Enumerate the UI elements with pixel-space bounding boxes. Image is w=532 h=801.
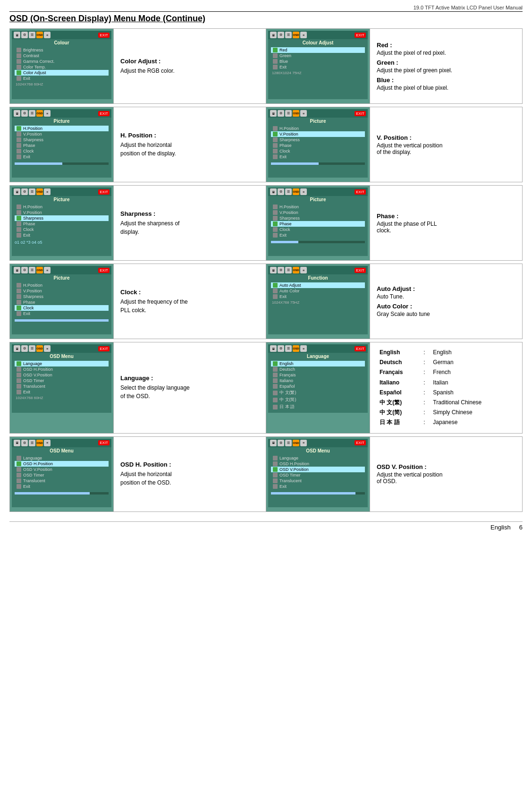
screen1-clock: 🖥 ⚙ ☰ OSD ≡ EXIT PictureH.PositionV.Posi… [10, 264, 114, 339]
item-icon [273, 478, 278, 483]
item-icon [17, 367, 21, 372]
lang-table-row: Français : French [378, 368, 515, 377]
menu-item-label: Phase [23, 222, 35, 226]
exit-label: EXIT [98, 440, 110, 445]
info-def: Adjust the vertical position of OSD. [377, 471, 515, 485]
info-term: Green : [377, 59, 515, 66]
lang-val: German [431, 358, 515, 367]
menu-item-label: Exit [23, 390, 30, 394]
settings-icon: ⚙ [21, 440, 28, 446]
item-icon [273, 126, 278, 131]
settings-icon: ⚙ [278, 345, 284, 352]
item-icon [273, 391, 278, 395]
item-icon [17, 65, 21, 69]
item-icon [273, 384, 278, 389]
menu-item-label: Translucent [23, 478, 45, 483]
item-icon [273, 289, 278, 293]
gear2-icon: ≡ [300, 32, 307, 38]
desc-colour-adjust: Color Adjust :Adjust the RGB color. [114, 29, 266, 103]
lang-sep: : [422, 378, 430, 387]
info-term: Blue : [377, 77, 515, 84]
menu-item-label: Brightness [23, 48, 43, 52]
lang-key: Español [378, 388, 421, 397]
lang-table-row: 中 文(繁) : Traditional Chinese [378, 398, 515, 407]
menu-item-label: Sharpness [23, 294, 43, 299]
info-language: English : English Deutsch : German Franç… [370, 342, 522, 433]
exit-label: EXIT [355, 268, 366, 273]
lang-key: English [378, 348, 421, 357]
item-icon [273, 294, 278, 299]
menu-item-label: Exit [23, 311, 30, 316]
item-icon [273, 210, 278, 215]
desc-definition: Adjust the sharpness of display. [120, 219, 259, 236]
item-icon [17, 311, 21, 316]
settings-icon: ⚙ [278, 110, 284, 117]
lang-val: French [431, 368, 515, 377]
monitor-icon: 🖥 [14, 32, 20, 38]
item-icon [273, 65, 278, 69]
menu-icon: ☰ [285, 188, 292, 195]
lang-table-row: 中 文(简) : Simply Chinese [378, 408, 515, 417]
menu-item-label: Gamma Correct. [23, 59, 55, 64]
item-icon [17, 137, 21, 142]
menu-item-label: V.Position [23, 132, 42, 136]
menu-item-label: OSD H.Position [279, 461, 309, 466]
monitor-icon: 🖥 [14, 188, 20, 195]
monitor-icon: 🖥 [270, 345, 277, 352]
lang-key: Italiano [378, 378, 421, 387]
menu-item-label: OSD H.Position [23, 367, 53, 372]
lang-val: Italian [431, 378, 515, 387]
menu-item-label: Contrast [23, 53, 39, 58]
menu-icon: ☰ [285, 440, 292, 446]
menu-item-label: Phase [279, 143, 292, 148]
item-icon [273, 143, 278, 148]
menu-item-label: H.Position [23, 126, 42, 131]
item-icon [17, 132, 21, 136]
item-icon [273, 222, 278, 226]
item-icon [273, 378, 278, 383]
monitor-icon: 🖥 [270, 32, 277, 38]
gear2-icon: ≡ [44, 110, 51, 117]
menu-item-label: H.Position [23, 283, 42, 288]
menu-item-label: Language [23, 456, 42, 460]
item-icon [17, 384, 21, 389]
manual-title: 19.0 TFT Active Matrix LCD Panel User Ma… [414, 5, 523, 10]
gear2-icon: ≡ [44, 345, 51, 352]
menu-icon: ☰ [29, 188, 35, 195]
item-icon [273, 59, 278, 64]
menu-item-label: Language [279, 456, 298, 460]
item-icon [273, 398, 278, 402]
section-row-clock: 🖥 ⚙ ☰ OSD ≡ EXIT PictureH.PositionV.Posi… [9, 264, 523, 339]
menu-item-label: Color Adjust [23, 70, 46, 75]
gear2-icon: ≡ [300, 440, 307, 446]
page-header: 19.0 TFT Active Matrix LCD Panel User Ma… [9, 5, 523, 12]
screen1-osd-hpos: 🖥 ⚙ ☰ OSD ≡ EXIT OSD MenuLanguageOSD H.P… [10, 437, 114, 511]
item-icon [273, 48, 278, 52]
lang-sep: : [422, 408, 430, 417]
settings-icon: ⚙ [21, 32, 28, 38]
menu-icon: ☰ [285, 345, 292, 352]
desc-term: OSD H. Position : [120, 461, 259, 468]
item-icon [17, 294, 21, 299]
screen2-language: 🖥 ⚙ ☰ OSD ≡ EXIT LanguageEnglishDeutschF… [266, 342, 370, 433]
lang-key: Deutsch [378, 358, 421, 367]
menu-item-label: Exit [23, 76, 30, 81]
menu-item-label: Exit [23, 154, 30, 159]
menu-icon: ☰ [285, 32, 292, 38]
lang-table-row: Deutsch : German [378, 358, 515, 367]
lang-key: 日 本 語 [378, 418, 421, 427]
lang-table-row: Español : Spanish [378, 388, 515, 397]
lang-option-label: 日 本 語 [279, 404, 295, 410]
desc-osd-hpos: OSD H. Position :Adjust the horizontal p… [114, 437, 266, 511]
exit-label: EXIT [98, 33, 110, 38]
osd-icon: OSD [293, 32, 299, 38]
osd-icon: OSD [36, 267, 43, 273]
monitor-icon: 🖥 [14, 440, 20, 446]
info-term: Auto Adjust : [377, 285, 515, 292]
desc-term: Color Adjust : [120, 58, 259, 65]
item-icon [17, 222, 21, 226]
lang-sep: : [422, 368, 430, 377]
gear2-icon: ≡ [300, 345, 307, 352]
menu-item-label: Clock [23, 149, 34, 153]
settings-icon: ⚙ [278, 267, 284, 273]
